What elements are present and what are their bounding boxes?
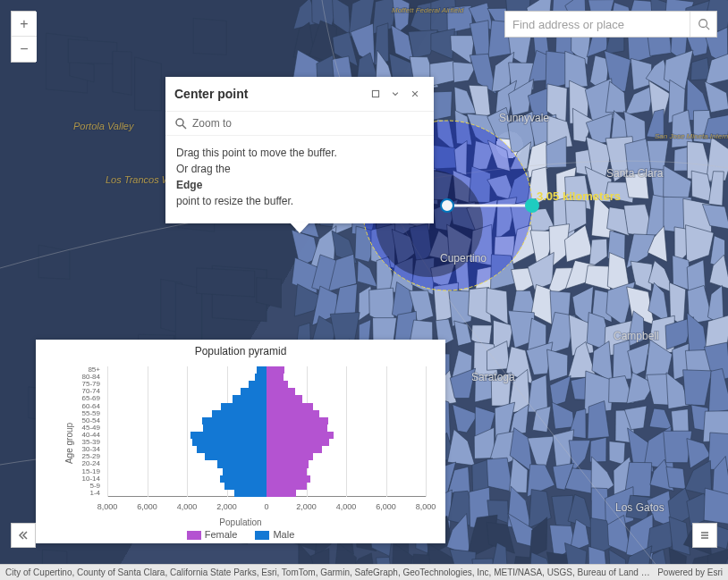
bar-female: [267, 410, 319, 417]
svg-marker-460: [197, 268, 255, 297]
svg-marker-250: [454, 321, 472, 346]
buffer-radius-label: 3.05 kilometers: [537, 189, 621, 203]
search-button[interactable]: [690, 12, 716, 37]
label-sunnyvale: Sunnyvale: [499, 112, 549, 124]
bar-female: [267, 388, 295, 395]
label-sj-airport: San Jose Mineta International Airport: [655, 132, 728, 140]
bar-female: [267, 453, 313, 460]
bar-female: [267, 432, 334, 439]
svg-marker-458: [113, 51, 131, 95]
pyramid-row: [107, 432, 426, 439]
bar-male: [217, 460, 267, 467]
svg-marker-316: [453, 404, 478, 433]
pyramid-row: [107, 424, 426, 432]
label-cupertino: Cupertino: [440, 252, 487, 265]
popup-close-button[interactable]: [405, 84, 425, 104]
expand-panel-button[interactable]: [11, 523, 36, 548]
pyramid-row: [107, 366, 426, 374]
pyramid-row: [107, 439, 426, 446]
zoom-to-icon: [174, 117, 187, 130]
legend-toggle-button[interactable]: [692, 523, 717, 548]
pyramid-row: [107, 374, 426, 381]
chart-title: Population pyramid: [195, 345, 287, 357]
bar-male: [241, 388, 267, 395]
popup-title: Center point: [174, 87, 366, 101]
bar-female: [267, 403, 313, 410]
popup-edge-word: Edge: [176, 179, 202, 191]
bar-female: [267, 374, 284, 381]
svg-marker-338: [447, 429, 475, 466]
bar-male: [249, 381, 267, 388]
pyramid-row: [107, 381, 426, 388]
popup-line3: point to resize the buffer.: [176, 195, 293, 207]
chart-xlabel: Population: [43, 517, 438, 527]
attribution-bar: City of Cupertino, County of Santa Clara…: [0, 564, 728, 580]
chart-legend: Female Male: [187, 527, 295, 540]
label-moffett: Moffett Federal Airfield: [392, 6, 464, 14]
bar-female: [267, 475, 310, 483]
svg-line-480: [182, 125, 186, 129]
svg-marker-362: [487, 458, 512, 492]
pyramid-row: [107, 395, 426, 402]
attribution-powered[interactable]: Powered by Esri: [657, 567, 723, 577]
pyramid-row: [107, 460, 426, 467]
bar-male: [224, 483, 267, 490]
popup-line1: Drag this point to move the buffer.: [176, 147, 337, 159]
bar-male: [212, 410, 267, 417]
pyramid-row: [107, 490, 426, 497]
bar-male: [202, 417, 267, 424]
legend-icon: [698, 529, 711, 542]
zoom-in-button[interactable]: +: [12, 12, 37, 37]
bar-female: [267, 460, 309, 467]
bar-female: [267, 483, 307, 490]
population-pyramid: Age group 85+80-8475-7970-7465-6960-6455…: [43, 359, 438, 527]
popup-zoom-to[interactable]: Zoom to: [165, 112, 434, 136]
bar-male: [221, 403, 267, 410]
pyramid-row: [107, 468, 426, 475]
popup-collapse-button[interactable]: [385, 84, 405, 104]
pyramid-row: [107, 410, 426, 417]
popup: Center point Zoom to Drag this point to …: [165, 77, 434, 223]
popup-line2: Or drag the: [176, 163, 231, 175]
search-input[interactable]: [505, 18, 690, 31]
label-los-gatos: Los Gatos: [615, 501, 665, 514]
pyramid-row: [107, 453, 426, 460]
legend-swatch-female: [187, 531, 201, 540]
bar-male: [197, 446, 267, 453]
bar-female: [267, 446, 322, 453]
pyramid-row: [107, 446, 426, 453]
bar-male: [220, 475, 267, 483]
svg-marker-468: [193, 18, 226, 55]
svg-marker-415: [669, 517, 690, 555]
zoom-control: + −: [11, 11, 36, 63]
bar-female: [267, 439, 329, 446]
bar-female: [267, 424, 327, 432]
search-icon: [698, 18, 710, 30]
svg-marker-386: [529, 490, 551, 528]
buffer-center-handle[interactable]: [441, 199, 453, 212]
svg-marker-387: [552, 495, 573, 527]
zoom-out-button[interactable]: −: [12, 37, 37, 62]
bar-female: [267, 417, 328, 424]
bar-male: [192, 439, 267, 446]
svg-point-479: [176, 119, 183, 126]
bar-male: [203, 424, 267, 432]
legend-label-male: Male: [273, 529, 294, 540]
bar-male: [223, 468, 267, 475]
search-widget: [504, 11, 717, 38]
svg-rect-476: [372, 90, 378, 97]
svg-marker-201: [357, 261, 377, 288]
pyramid-row: [107, 483, 426, 490]
legend-label-female: Female: [205, 529, 238, 540]
label-saratoga: Saratoga: [471, 371, 515, 383]
svg-marker-64: [690, 58, 709, 80]
svg-marker-326: [649, 408, 673, 429]
svg-marker-445: [38, 245, 70, 279]
label-campbell: Campbell: [614, 330, 659, 342]
pyramid-row: [107, 417, 426, 424]
svg-marker-395: [704, 488, 728, 524]
label-santa-clara: Santa Clara: [606, 167, 664, 180]
svg-marker-346: [609, 441, 625, 465]
bar-male: [257, 366, 267, 374]
popup-dock-button[interactable]: [366, 84, 385, 104]
